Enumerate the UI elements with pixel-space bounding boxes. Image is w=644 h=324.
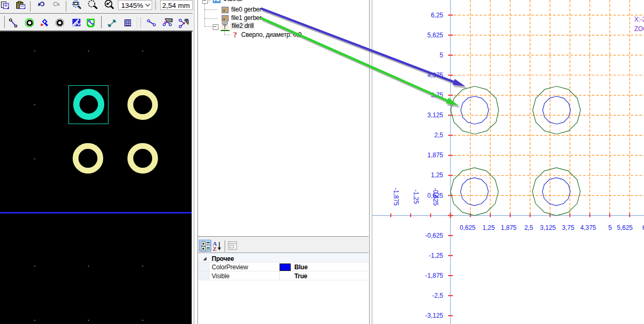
svg-text:-1,875: -1,875 [425, 272, 443, 279]
svg-text:4,375: 4,375 [580, 224, 596, 231]
svg-text:-0,625: -0,625 [431, 188, 439, 206]
svg-text:1,875: 1,875 [427, 151, 443, 159]
svg-text:4,375: 4,375 [427, 72, 443, 79]
svg-text:2,5: 2,5 [524, 224, 533, 231]
svg-text:-3,125: -3,125 [425, 312, 443, 319]
svg-text:3,125: 3,125 [427, 112, 443, 119]
svg-text:0,625: 0,625 [459, 224, 475, 231]
svg-text:5,625: 5,625 [617, 224, 632, 231]
svg-text:-1,25: -1,25 [429, 252, 443, 259]
svg-text:-0,625: -0,625 [425, 232, 443, 239]
svg-text:5,625: 5,625 [427, 32, 443, 39]
svg-text:1345%: 1345% [121, 2, 143, 9]
svg-text:1,875: 1,875 [500, 224, 516, 231]
svg-text:5: 5 [608, 224, 612, 231]
svg-text:5: 5 [439, 52, 443, 59]
svg-text:3,75: 3,75 [431, 92, 443, 99]
svg-text:ZOOM: ZOOM [634, 25, 644, 33]
svg-text:1,25: 1,25 [482, 224, 495, 231]
svg-text:1,25: 1,25 [431, 171, 443, 179]
svg-text:3,75: 3,75 [562, 224, 574, 231]
svg-text:3,125: 3,125 [540, 224, 556, 231]
svg-text:-2,5: -2,5 [432, 292, 443, 299]
svg-text:Z: Z [213, 246, 216, 252]
svg-text:2,5: 2,5 [434, 131, 443, 139]
svg-text:6,25: 6,25 [431, 12, 443, 19]
svg-text:6: 6 [642, 224, 644, 231]
svg-text:-1,25: -1,25 [412, 189, 419, 204]
svg-text:2,54 mm: 2,54 mm [162, 2, 190, 9]
svg-text:X:-2,54: X:-2,54 [634, 16, 644, 23]
svg-text:-1,875: -1,875 [392, 188, 399, 206]
